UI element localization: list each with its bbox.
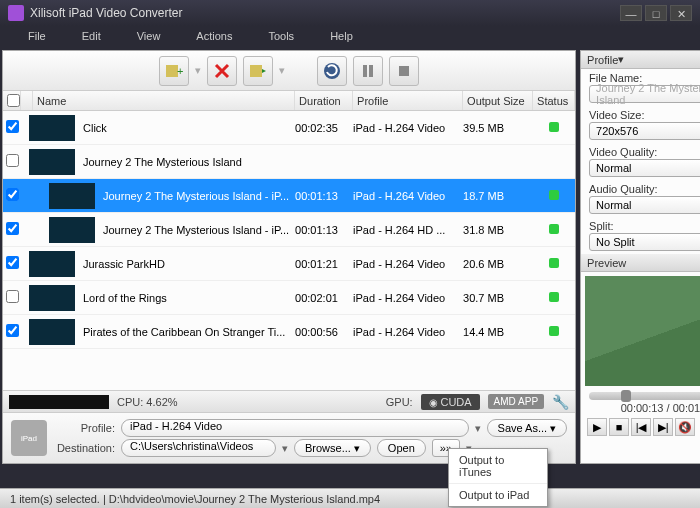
table-row[interactable]: Jurassic ParkHD00:01:21iPad - H.264 Vide… — [3, 247, 575, 281]
menu-tools[interactable]: Tools — [250, 26, 312, 48]
row-duration: 00:01:13 — [295, 190, 353, 202]
play-button[interactable]: ▶ — [587, 418, 607, 436]
menu-edit[interactable]: Edit — [64, 26, 119, 48]
cpu-bar: CPU: 4.62% GPU: ◉ CUDA AMD APP 🔧 — [3, 390, 575, 412]
row-output-size: 39.5 MB — [463, 122, 533, 134]
row-profile: iPad - H.264 Video — [353, 190, 463, 202]
remove-button[interactable] — [207, 56, 237, 86]
svg-rect-4 — [363, 65, 367, 77]
thumbnail — [49, 217, 95, 243]
stop-preview-button[interactable]: ■ — [609, 418, 629, 436]
row-name: Journey 2 The Mysterious Island — [83, 156, 295, 168]
col-status[interactable]: Status — [533, 91, 575, 110]
preview-seek-bar[interactable] — [589, 392, 700, 400]
table-row[interactable]: Lord of the Rings00:02:01iPad - H.264 Vi… — [3, 281, 575, 315]
destination-label: Destination: — [53, 442, 115, 454]
split-select[interactable]: No Split▼ — [589, 233, 700, 251]
row-output-size: 14.4 MB — [463, 326, 533, 338]
row-status — [533, 292, 575, 304]
col-output-size[interactable]: Output Size — [463, 91, 533, 110]
row-checkbox[interactable] — [6, 188, 19, 201]
destination-input[interactable]: C:\Users\christina\Videos — [121, 439, 276, 457]
row-output-size: 30.7 MB — [463, 292, 533, 304]
row-checkbox[interactable] — [6, 154, 19, 167]
profile-label: Profile: — [53, 422, 115, 434]
profile-panel-header[interactable]: Profile▾▶ — [581, 51, 700, 69]
cpu-label: CPU: 4.62% — [117, 396, 178, 408]
thumbnail — [29, 285, 75, 311]
menu-view[interactable]: View — [119, 26, 179, 48]
row-status — [533, 326, 575, 338]
open-button[interactable]: Open — [377, 439, 426, 457]
status-bar: 1 item(s) selected. | D:\hdvideo\movie\J… — [0, 488, 700, 508]
save-as-button[interactable]: Save As...▾ — [487, 419, 568, 437]
cuda-button[interactable]: ◉ CUDA — [421, 394, 480, 410]
row-checkbox[interactable] — [6, 256, 19, 269]
row-profile: iPad - H.264 Video — [353, 258, 463, 270]
thumbnail — [29, 149, 75, 175]
minimize-button[interactable]: — — [620, 5, 642, 21]
col-profile[interactable]: Profile — [353, 91, 463, 110]
ipad-icon: iPad — [11, 420, 47, 456]
add-folder-button[interactable] — [243, 56, 273, 86]
row-status — [533, 224, 575, 236]
video-size-select[interactable]: 720x576▼ — [589, 122, 700, 140]
video-size-label: Video Size: — [589, 109, 700, 121]
menu-actions[interactable]: Actions — [178, 26, 250, 48]
preview-panel-header[interactable]: Preview▶ — [581, 254, 700, 272]
preview-viewport — [585, 276, 700, 386]
menu-help[interactable]: Help — [312, 26, 371, 48]
wrench-icon[interactable]: 🔧 — [552, 394, 569, 410]
row-duration: 00:01:21 — [295, 258, 353, 270]
row-checkbox[interactable] — [6, 324, 19, 337]
refresh-button[interactable] — [317, 56, 347, 86]
profile-select[interactable]: iPad - H.264 Video — [121, 419, 469, 437]
output-menu-popup: Output to iTunes Output to iPad — [448, 448, 548, 507]
close-button[interactable]: ✕ — [670, 5, 692, 21]
output-to-ipad[interactable]: Output to iPad — [449, 484, 547, 506]
row-checkbox[interactable] — [6, 120, 19, 133]
row-duration: 00:02:35 — [295, 122, 353, 134]
table-row[interactable]: Click00:02:35iPad - H.264 Video39.5 MB — [3, 111, 575, 145]
table-row[interactable]: Journey 2 The Mysterious Island — [3, 145, 575, 179]
menu-file[interactable]: File — [10, 26, 64, 48]
select-all-checkbox[interactable] — [7, 94, 20, 107]
pause-button[interactable] — [353, 56, 383, 86]
maximize-button[interactable]: □ — [645, 5, 667, 21]
row-checkbox[interactable] — [6, 290, 19, 303]
row-profile: iPad - H.264 HD ... — [353, 224, 463, 236]
row-duration: 00:02:01 — [295, 292, 353, 304]
table-row[interactable]: Journey 2 The Mysterious Island - iP...0… — [3, 213, 575, 247]
thumbnail — [29, 319, 75, 345]
row-name: Pirates of the Caribbean On Stranger Ti.… — [83, 326, 295, 338]
mute-button[interactable]: 🔇 — [675, 418, 695, 436]
col-name[interactable]: Name — [33, 91, 295, 110]
svg-text:+: + — [177, 65, 183, 77]
prev-button[interactable]: |◀ — [631, 418, 651, 436]
table-row[interactable]: Pirates of the Caribbean On Stranger Ti.… — [3, 315, 575, 349]
output-to-itunes[interactable]: Output to iTunes — [449, 449, 547, 484]
add-file-button[interactable]: + — [159, 56, 189, 86]
row-profile: iPad - H.264 Video — [353, 292, 463, 304]
svg-rect-2 — [250, 65, 262, 77]
app-logo — [8, 5, 24, 21]
table-row[interactable]: Journey 2 The Mysterious Island - iP...0… — [3, 179, 575, 213]
svg-rect-6 — [399, 66, 409, 76]
row-checkbox[interactable] — [6, 222, 19, 235]
table-header: Name Duration Profile Output Size Status — [3, 91, 575, 111]
split-label: Split: — [589, 220, 700, 232]
browse-button[interactable]: Browse...▾ — [294, 439, 371, 457]
row-output-size: 18.7 MB — [463, 190, 533, 202]
amd-button[interactable]: AMD APP — [488, 394, 544, 409]
row-status — [533, 190, 575, 202]
file-name-value[interactable]: Journey 2 The Mysterious Island — [589, 85, 700, 103]
video-quality-select[interactable]: Normal▼ — [589, 159, 700, 177]
col-duration[interactable]: Duration — [295, 91, 353, 110]
next-button[interactable]: ▶| — [653, 418, 673, 436]
thumbnail — [49, 183, 95, 209]
cpu-graph — [9, 395, 109, 409]
stop-button[interactable] — [389, 56, 419, 86]
audio-quality-select[interactable]: Normal▼ — [589, 196, 700, 214]
row-duration: 00:00:56 — [295, 326, 353, 338]
row-status — [533, 122, 575, 134]
